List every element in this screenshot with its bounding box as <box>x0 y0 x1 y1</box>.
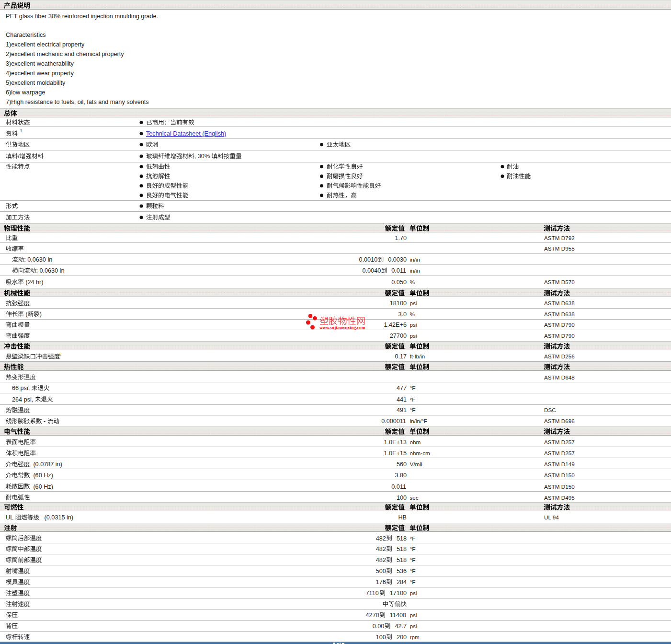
svg-text:ohm: ohm <box>410 439 421 445</box>
svg-text:sec: sec <box>410 494 419 501</box>
svg-text:1: 1 <box>20 128 23 133</box>
svg-text:284: 284 <box>397 579 407 586</box>
svg-text:200: 200 <box>397 634 407 641</box>
svg-text:°F: °F <box>410 407 416 413</box>
svg-text:Characteristics: Characteristics <box>6 32 46 38</box>
svg-text:ASTM D150: ASTM D150 <box>544 483 575 490</box>
svg-text:518: 518 <box>397 546 407 552</box>
svg-text:176: 176 <box>376 579 386 586</box>
svg-text:0.00: 0.00 <box>373 623 385 630</box>
svg-text:441: 441 <box>397 396 407 403</box>
svg-text:42.7: 42.7 <box>395 623 407 630</box>
svg-text:(24 hr): (24 hr) <box>24 279 44 286</box>
svg-text:2)excellent mechanic and chemi: 2)excellent mechanic and chemical proper… <box>6 51 124 58</box>
svg-text:PET glass fiber 30% reinforced: PET glass fiber 30% reinforced injection… <box>6 13 158 20</box>
svg-text:Technical Datasheet (English): Technical Datasheet (English) <box>146 130 226 137</box>
svg-text:66 psi,: 66 psi, <box>12 385 32 391</box>
svg-text:0.050: 0.050 <box>391 279 407 286</box>
svg-text:4)excellent wear property: 4)excellent wear property <box>6 70 74 77</box>
svg-text:ASTM D648: ASTM D648 <box>544 374 575 380</box>
svg-text:0.000011: 0.000011 <box>381 418 406 425</box>
svg-text:%: % <box>410 279 415 285</box>
svg-text:psi: psi <box>410 333 417 339</box>
svg-text:ASTM D570: ASTM D570 <box>544 279 575 285</box>
svg-text:ASTM D696: ASTM D696 <box>544 418 575 424</box>
svg-text:psi: psi <box>410 322 417 328</box>
svg-text:ASTM D149: ASTM D149 <box>544 461 575 467</box>
svg-text:, 30%: , 30% <box>194 153 212 160</box>
svg-text:°F: °F <box>410 546 416 552</box>
svg-text:100: 100 <box>397 494 407 501</box>
svg-text:18100: 18100 <box>390 300 407 307</box>
svg-text:100: 100 <box>376 634 386 641</box>
svg-text:17100: 17100 <box>390 590 407 597</box>
svg-text:psi: psi <box>410 300 417 306</box>
svg-text:ASTM D790: ASTM D790 <box>544 322 575 328</box>
svg-text:HB: HB <box>398 514 407 521</box>
svg-text:: 0.0630 in: : 0.0630 in <box>24 256 52 263</box>
svg-text:0.0010: 0.0010 <box>359 256 378 263</box>
svg-text:-: - <box>42 418 47 425</box>
svg-text:1.70: 1.70 <box>395 235 407 242</box>
svg-text:27700: 27700 <box>390 333 407 339</box>
svg-text:(60 Hz): (60 Hz) <box>30 483 53 490</box>
svg-text:°F: °F <box>410 535 416 541</box>
svg-text:: 0.0630 in: : 0.0630 in <box>36 267 64 274</box>
svg-text:0.0040: 0.0040 <box>363 267 381 274</box>
svg-text:(60 Hz): (60 Hz) <box>30 472 53 479</box>
svg-text:6)low warpage: 6)low warpage <box>6 89 45 96</box>
svg-text:°F: °F <box>410 396 416 402</box>
svg-text:500: 500 <box>376 568 386 575</box>
svg-text:4270: 4270 <box>366 612 379 619</box>
svg-text:ASTM D256: ASTM D256 <box>544 353 575 359</box>
svg-text:ASTM D257: ASTM D257 <box>544 439 575 445</box>
svg-text:0.17: 0.17 <box>395 353 407 360</box>
svg-text:rpm: rpm <box>410 634 420 640</box>
svg-text:2: 2 <box>59 352 62 356</box>
svg-text:°F: °F <box>410 579 416 585</box>
svg-text:518: 518 <box>397 535 407 542</box>
svg-text:ohm·cm: ohm·cm <box>410 450 430 456</box>
svg-text:ASTM D955: ASTM D955 <box>544 245 575 252</box>
svg-text:UL: UL <box>6 514 15 521</box>
svg-text:7)High resistance to fuels, oi: 7)High resistance to fuels, oil, fats an… <box>6 99 149 105</box>
svg-text:in/in/°F: in/in/°F <box>410 418 428 424</box>
svg-text:5)excellent moldability: 5)excellent moldability <box>6 80 66 86</box>
svg-text:ASTM D150: ASTM D150 <box>544 472 575 478</box>
svg-text:%: % <box>410 311 415 317</box>
svg-text:www.sujiaowuxing.com: www.sujiaowuxing.com <box>319 325 365 330</box>
svg-text:482: 482 <box>376 557 386 564</box>
svg-text:in/in: in/in <box>410 267 420 274</box>
svg-text:536: 536 <box>397 568 407 575</box>
svg-text:°F: °F <box>410 557 416 563</box>
svg-text:in/in: in/in <box>410 256 420 263</box>
svg-text:3.0: 3.0 <box>398 311 407 318</box>
svg-text:1.42E+6: 1.42E+6 <box>384 322 407 328</box>
svg-text:(0.0787 in): (0.0787 in) <box>30 461 62 468</box>
svg-text:°F: °F <box>410 385 416 391</box>
svg-text:ASTM D790: ASTM D790 <box>544 333 575 339</box>
svg-text:ASTM D792: ASTM D792 <box>544 235 575 241</box>
svg-text:518: 518 <box>397 557 407 564</box>
svg-text:1)excellent electrical propert: 1)excellent electrical property <box>6 41 85 48</box>
svg-text:1.0E+13: 1.0E+13 <box>384 439 407 446</box>
svg-text:ASTM D495: ASTM D495 <box>544 494 575 501</box>
svg-text:560: 560 <box>397 461 407 468</box>
svg-text:): ) <box>40 311 42 318</box>
svg-text:UL 94: UL 94 <box>544 514 559 520</box>
svg-text:491: 491 <box>397 407 407 414</box>
svg-text:264 psi,: 264 psi, <box>12 396 35 403</box>
svg-text:3)excellent weatherability: 3)excellent weatherability <box>6 60 74 67</box>
svg-text:psi: psi <box>410 612 417 618</box>
svg-text:V/mil: V/mil <box>410 461 422 467</box>
svg-text:DSC: DSC <box>544 407 556 413</box>
svg-text:11400: 11400 <box>390 612 406 619</box>
svg-text:°F: °F <box>410 568 416 574</box>
svg-text:ASTM D257: ASTM D257 <box>544 450 575 456</box>
svg-text:482: 482 <box>376 535 386 542</box>
svg-text:psi: psi <box>410 623 417 629</box>
svg-text:482: 482 <box>376 546 386 552</box>
svg-text:/: / <box>18 153 20 160</box>
svg-text:3.80: 3.80 <box>395 472 407 479</box>
svg-text:0.011: 0.011 <box>391 267 406 274</box>
